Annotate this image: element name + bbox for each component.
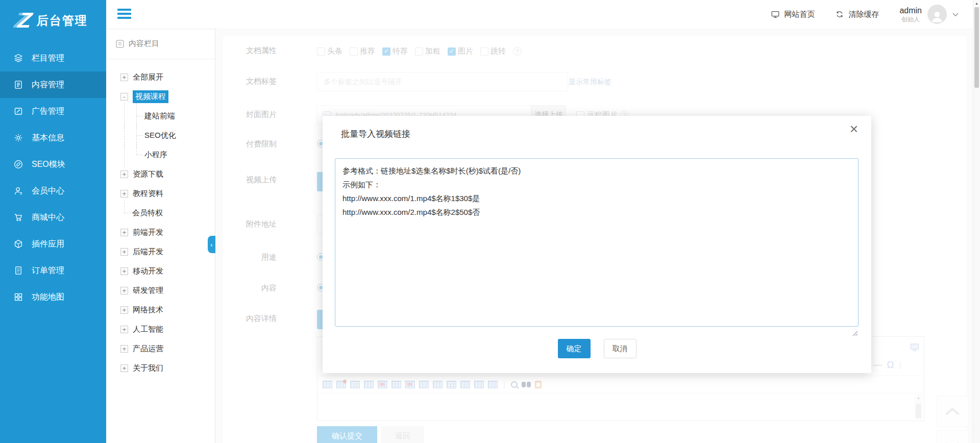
- tree-item-about-us[interactable]: +关于我们: [120, 358, 215, 378]
- sidebar-item-mall-center[interactable]: 商城中心: [0, 204, 106, 231]
- sidebar-item-feature-map[interactable]: 功能地图: [0, 284, 106, 310]
- username: admin: [899, 6, 922, 16]
- tree-item-tutorial-material[interactable]: +教程资料: [120, 184, 215, 203]
- person-icon: [929, 9, 945, 24]
- expand-icon[interactable]: +: [120, 73, 128, 81]
- clear-cache-link[interactable]: 清除缓存: [835, 10, 879, 19]
- panel-collapse-handle[interactable]: ‹: [208, 236, 215, 253]
- refresh-icon: [835, 10, 844, 19]
- cart-icon: [13, 212, 23, 223]
- expand-icon[interactable]: +: [120, 306, 128, 314]
- app-logo[interactable]: Z 后台管理: [0, 0, 106, 41]
- sidebar-item-member-center[interactable]: 会员中心: [0, 178, 106, 204]
- member-icon: [13, 186, 23, 196]
- main-content: 文档属性 头条 推荐 特荐 加粗 图片 跳转 文档标签 显示常用标签 封面图片 …: [215, 29, 973, 443]
- avatar[interactable]: [927, 5, 947, 24]
- tree-item-seo-optimize[interactable]: SEO优化: [120, 126, 215, 145]
- order-icon: [13, 265, 23, 276]
- tree-item-ai[interactable]: +人工智能: [120, 319, 215, 339]
- expand-icon[interactable]: +: [120, 248, 128, 256]
- tree-item-rd-manage[interactable]: +研发管理: [120, 281, 215, 300]
- tree-header-label: 内容栏目: [129, 39, 159, 48]
- main-sidebar: Z 后台管理 栏目管理 内容管理 广告管理 基本信息 SEO模块 会员中心: [0, 0, 106, 443]
- ok-button[interactable]: 确定: [558, 339, 591, 358]
- video-links-textarea[interactable]: 参考格式：链接地址$选集名称$时长(秒)$试看(是/否) 示例如下： http:…: [335, 158, 859, 327]
- app-title: 后台管理: [37, 13, 88, 29]
- sidebar-item-label: 会员中心: [32, 186, 64, 196]
- ad-icon: [13, 106, 23, 116]
- expand-icon[interactable]: +: [120, 326, 128, 333]
- sidebar-item-label: 订单管理: [32, 265, 64, 276]
- tree-header: 内容栏目: [106, 29, 215, 59]
- expand-icon[interactable]: +: [120, 287, 128, 294]
- sidebar-item-ad-manage[interactable]: 广告管理: [0, 98, 106, 125]
- modal-title: 批量导入视频链接: [341, 128, 410, 140]
- expand-icon[interactable]: +: [120, 190, 128, 198]
- sidebar-item-order-manage[interactable]: 订单管理: [0, 257, 106, 284]
- sidebar-item-plugin-app[interactable]: 插件应用: [0, 231, 106, 257]
- tree-item-frontend-dev[interactable]: +前端开发: [120, 223, 215, 242]
- sidebar-item-label: 基本信息: [32, 133, 64, 143]
- scrollbar-thumb[interactable]: [974, 7, 979, 88]
- sidebar-item-column-manage[interactable]: 栏目管理: [0, 45, 106, 71]
- expand-icon[interactable]: +: [120, 170, 128, 178]
- hamburger-menu-icon[interactable]: [117, 9, 131, 21]
- user-role: 创始人: [899, 16, 922, 23]
- sidebar-item-label: 栏目管理: [32, 53, 64, 64]
- gear-icon: [13, 133, 23, 143]
- tree-item-site-frontend[interactable]: 建站前端: [120, 106, 215, 126]
- user-menu[interactable]: admin 创始人: [899, 5, 959, 24]
- sidebar-item-label: 功能地图: [32, 292, 64, 303]
- collapse-icon[interactable]: -: [120, 93, 128, 101]
- document-icon: [13, 80, 23, 90]
- resize-handle-icon[interactable]: [852, 331, 858, 336]
- cube-icon: [13, 239, 23, 249]
- tree-item-mini-program[interactable]: 小程序: [120, 145, 215, 164]
- tree-list: +全部展开 -视频课程 建站前端 SEO优化 小程序 +资源下载 +教程资料 会…: [106, 59, 215, 378]
- tree-item-mobile-dev[interactable]: +移动开发: [120, 261, 215, 281]
- tree-item-backend-dev[interactable]: +后端开发: [120, 242, 215, 261]
- topbar: 网站首页 清除缓存 admin 创始人: [106, 0, 973, 29]
- sidebar-item-label: SEO模块: [32, 159, 65, 170]
- sidebar-item-basic-info[interactable]: 基本信息: [0, 125, 106, 151]
- sidebar-item-label: 广告管理: [32, 106, 64, 117]
- expand-icon[interactable]: +: [120, 364, 128, 372]
- batch-import-modal: 批量导入视频链接 × 参考格式：链接地址$选集名称$时长(秒)$试看(是/否) …: [323, 116, 871, 373]
- sidebar-item-label: 商城中心: [32, 212, 64, 223]
- sidebar-item-content-manage[interactable]: 内容管理: [0, 71, 106, 98]
- sidebar-menu: 栏目管理 内容管理 广告管理 基本信息 SEO模块 会员中心 商城中心 插件应: [0, 41, 106, 310]
- chevron-down-icon: [952, 13, 959, 16]
- expand-icon[interactable]: +: [120, 267, 128, 275]
- sidebar-item-label: 插件应用: [32, 239, 64, 250]
- tree-item-expand-all[interactable]: +全部展开: [120, 67, 215, 87]
- layers-icon: [13, 53, 23, 63]
- grid-icon: [13, 292, 23, 302]
- tree-item-resource-download[interactable]: +资源下载: [120, 164, 215, 184]
- link-circle-icon: [13, 159, 23, 169]
- sidebar-item-seo-module[interactable]: SEO模块: [0, 151, 106, 178]
- page-scrollbar[interactable]: ▲: [973, 0, 980, 443]
- expand-icon[interactable]: +: [120, 345, 128, 353]
- tree-item-video-course[interactable]: -视频课程: [120, 87, 215, 106]
- tree-item-network-tech[interactable]: +网络技术: [120, 300, 215, 319]
- sidebar-item-label: 内容管理: [32, 80, 64, 90]
- cancel-button[interactable]: 取消: [604, 339, 636, 358]
- scroll-up-icon[interactable]: ▲: [973, 2, 980, 5]
- content-tree-panel: 内容栏目 +全部展开 -视频课程 建站前端 SEO优化 小程序 +资源下载 +教…: [106, 29, 215, 443]
- clear-cache-label: 清除缓存: [848, 10, 879, 19]
- tree-item-member-privilege[interactable]: 会员特权: [120, 203, 215, 223]
- site-home-label: 网站首页: [784, 10, 815, 19]
- tree-item-product-operation[interactable]: +产品运营: [120, 339, 215, 358]
- category-icon: [115, 39, 125, 48]
- site-home-link[interactable]: 网站首页: [771, 10, 815, 19]
- monitor-icon: [771, 10, 780, 19]
- logo-z-icon: Z: [16, 10, 33, 31]
- expand-icon[interactable]: +: [120, 229, 128, 236]
- close-icon[interactable]: ×: [850, 122, 858, 136]
